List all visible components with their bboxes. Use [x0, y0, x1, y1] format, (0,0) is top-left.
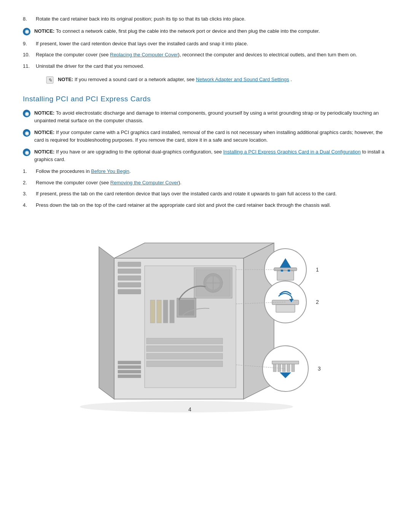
svg-rect-51 — [292, 364, 295, 372]
svg-rect-31 — [147, 353, 223, 359]
step-3: 3. If present, press the tab on the card… — [23, 190, 388, 198]
network-adapter-settings-link[interactable]: Network Adapter and Sound Card Settings — [196, 77, 289, 82]
svg-point-2 — [80, 401, 293, 412]
step-9: 9. If present, lower the card retention … — [23, 40, 388, 48]
step-num-11: 11. — [23, 62, 33, 70]
svg-rect-23 — [150, 300, 155, 323]
step-content-8: Rotate the card retainer back into its o… — [36, 15, 388, 23]
svg-rect-29 — [147, 338, 223, 344]
note-icon: ✎ — [46, 76, 54, 84]
svg-rect-25 — [163, 300, 168, 323]
svg-text:1: 1 — [316, 267, 319, 273]
notice-text-pci: NOTICE: If your computer came with a PCI… — [34, 129, 388, 144]
notice-icon-dual: ◉ — [23, 149, 30, 156]
removing-cover-link[interactable]: Removing the Computer Cover — [110, 180, 178, 185]
svg-text:3: 3 — [318, 366, 321, 372]
step-content-10: Replace the computer cover (see Replacin… — [36, 51, 388, 59]
notice-label-dual: NOTICE: — [34, 149, 54, 155]
note-sound-card: ✎ NOTE: If you removed a sound card or a… — [46, 76, 388, 84]
svg-rect-46 — [272, 361, 299, 364]
note-text: NOTE: If you removed a sound card or a n… — [58, 76, 292, 83]
step-content-4: Press down the tab on the top of the car… — [36, 201, 388, 209]
dual-config-link[interactable]: Installing a PCI Express Graphics Card i… — [223, 149, 360, 155]
notice-text-dual: NOTICE: If you have or are upgrading to … — [34, 148, 388, 163]
notice-dual-config: ◉ NOTICE: If you have or are upgrading t… — [23, 148, 388, 163]
svg-rect-13 — [118, 366, 141, 369]
svg-rect-24 — [157, 300, 161, 323]
note-label: NOTE: — [58, 77, 73, 82]
step-content-11: Uninstall the driver for the card that y… — [36, 62, 388, 70]
step-4: 4. Press down the tab on the top of the … — [23, 201, 388, 209]
svg-rect-35 — [274, 268, 297, 271]
svg-rect-11 — [118, 289, 141, 294]
svg-rect-48 — [278, 364, 281, 372]
step-num-1: 1. — [23, 168, 33, 175]
svg-rect-37 — [281, 270, 283, 272]
step-content-2: Remove the computer cover (see Removing … — [36, 179, 388, 187]
svg-text:2: 2 — [316, 299, 319, 305]
svg-rect-32 — [147, 361, 223, 367]
svg-rect-9 — [118, 276, 141, 280]
notice-icon-pci: ◉ — [23, 129, 30, 137]
illustration-svg: 1 2 3 4 — [72, 216, 339, 414]
callout-4-label: 4 — [188, 406, 191, 412]
step-num-2: 2. — [23, 179, 33, 187]
notice-text-esd: NOTICE: To avoid electrostatic discharge… — [34, 109, 388, 124]
svg-rect-14 — [118, 370, 141, 373]
svg-rect-50 — [287, 364, 290, 372]
notice-label: NOTICE: — [34, 28, 54, 34]
notice-network-cable: ◉ NOTICE: To connect a network cable, fi… — [23, 27, 388, 35]
notice-body-esd: To avoid electrostatic discharge and dam… — [34, 110, 379, 123]
svg-rect-15 — [118, 375, 141, 378]
computer-illustration: 1 2 3 4 — [23, 216, 388, 415]
step-num-4: 4. — [23, 201, 33, 209]
notice-body: To connect a network cable, first plug t… — [56, 28, 320, 34]
svg-rect-12 — [118, 361, 141, 364]
step-2: 2. Remove the computer cover (see Removi… — [23, 179, 388, 187]
notice-icon-esd: ◉ — [23, 110, 30, 117]
step-10: 10. Replace the computer cover (see Repl… — [23, 51, 388, 59]
svg-marker-4 — [99, 247, 114, 399]
svg-text:✎: ✎ — [48, 77, 52, 83]
svg-rect-8 — [118, 269, 141, 273]
replacing-cover-link[interactable]: Replacing the Computer Cover — [110, 52, 178, 58]
svg-rect-38 — [288, 270, 290, 272]
before-you-begin-link[interactable]: Before You Begin — [91, 168, 129, 174]
svg-rect-10 — [118, 283, 141, 287]
svg-rect-42 — [276, 305, 295, 312]
svg-rect-30 — [147, 346, 223, 351]
step-8: 8. Rotate the card retainer back into it… — [23, 15, 388, 23]
step-content-3: If present, press the tab on the card re… — [36, 190, 388, 198]
notice-body-dual: If you have or are upgrading to the opti… — [56, 149, 223, 155]
svg-rect-28 — [179, 300, 194, 315]
step-11: 11. Uninstall the driver for the card th… — [23, 62, 388, 70]
notice-esd: ◉ NOTICE: To avoid electrostatic dischar… — [23, 109, 388, 124]
svg-rect-26 — [170, 300, 174, 323]
svg-rect-49 — [282, 364, 285, 372]
notice-body-pci: If your computer came with a PCI graphic… — [34, 129, 383, 143]
notice-icon: ◉ — [23, 28, 30, 35]
notice-text-network: NOTICE: To connect a network cable, firs… — [34, 27, 320, 35]
section-heading-pci: Installing PCI and PCI Express Cards — [23, 95, 388, 103]
step-num-8: 8. — [23, 15, 33, 23]
svg-rect-36 — [277, 271, 294, 280]
notice-pci-graphics: ◉ NOTICE: If your computer came with a P… — [23, 129, 388, 144]
step-1: 1. Follow the procedures in Before You B… — [23, 168, 388, 175]
step-num-9: 9. — [23, 40, 33, 48]
step-num-3: 3. — [23, 190, 33, 198]
svg-rect-7 — [118, 262, 141, 267]
notice-label-esd: NOTICE: — [34, 110, 54, 116]
step-num-10: 10. — [23, 51, 33, 59]
notice-label-pci: NOTICE: — [34, 129, 54, 135]
step-content-1: Follow the procedures in Before You Begi… — [36, 168, 388, 175]
step-content-9: If present, lower the card retention dev… — [36, 40, 388, 48]
note-body: If you removed a sound card or a network… — [75, 77, 196, 82]
